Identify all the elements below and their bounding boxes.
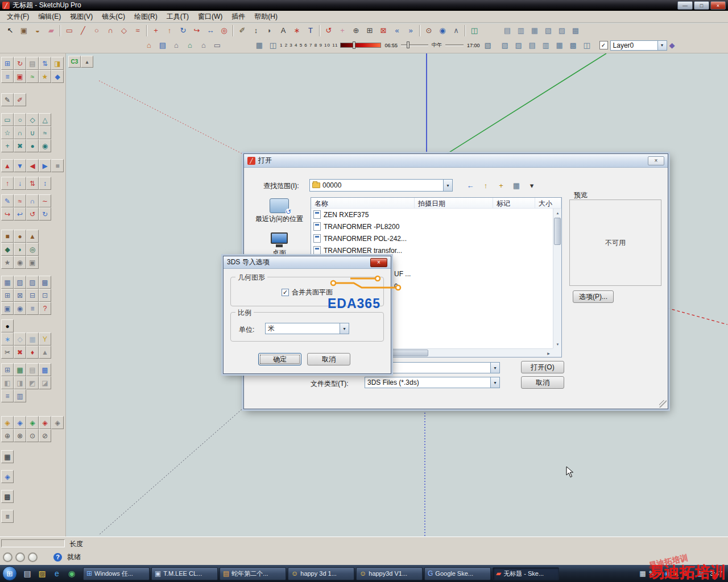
chevron-down-icon[interactable]: ▾ [490, 363, 499, 373]
section-fill-icon[interactable]: ▤ [526, 39, 539, 52]
tool-icon[interactable]: ◈ [39, 416, 51, 429]
tool-icon[interactable]: ▩ [1, 490, 14, 503]
restore-button[interactable]: □ [694, 1, 709, 10]
column-header-4[interactable]: 大小 [535, 198, 561, 208]
tool-icon[interactable]: ▤ [26, 57, 39, 70]
tool-icon[interactable]: ◀ [26, 159, 39, 172]
cancel-button[interactable]: 取消 [521, 376, 564, 389]
tool-icon[interactable]: ↺ [26, 207, 39, 221]
usb-icon[interactable]: ▨ [697, 569, 704, 577]
tool-icon[interactable]: ▶ [39, 159, 51, 172]
scroll-up-icon[interactable]: ▲ [553, 209, 562, 217]
menu-item-4[interactable]: 镜头(C) [97, 11, 130, 23]
look-around-tool-icon[interactable]: ◉ [436, 24, 449, 37]
help-icon[interactable]: ? [39, 302, 51, 315]
tool-icon[interactable]: ↪ [1, 207, 14, 221]
tool-icon[interactable]: ▨ [26, 276, 39, 289]
help-icon[interactable]: ? [53, 553, 62, 562]
next-view-icon[interactable]: » [404, 24, 417, 37]
shadow-time-slider[interactable] [401, 44, 428, 46]
tool-icon[interactable]: ▦ [1, 276, 14, 289]
scroll-down-icon[interactable]: ▼ [553, 340, 562, 348]
push-pull-tool-icon[interactable]: ↑ [163, 24, 176, 37]
scrollbar-thumb[interactable] [554, 218, 561, 245]
tool-icon[interactable]: ↻ [39, 207, 51, 221]
tool-icon[interactable]: ≡ [26, 302, 39, 315]
tool-icon[interactable]: ◉ [14, 302, 26, 315]
tool-icon[interactable]: ↩ [14, 207, 26, 221]
hide-similar-icon[interactable]: ▥ [514, 24, 528, 37]
minimize-button[interactable]: — [677, 1, 693, 10]
shadow-time-slider-2[interactable] [445, 44, 464, 46]
tool-icon[interactable]: ◈ [1, 470, 14, 483]
chevron-down-icon[interactable]: ▾ [443, 180, 452, 191]
make-component-icon[interactable]: ▣ [17, 24, 31, 37]
tool-icon[interactable]: ▦ [1, 450, 14, 463]
tool-icon[interactable]: Y [39, 332, 51, 346]
menu-item-5[interactable]: 绘图(R) [130, 11, 162, 23]
zoom-tool-icon[interactable]: ⊕ [349, 24, 363, 37]
file-row[interactable]: TRANFORMER transfor... [311, 244, 553, 256]
open-button[interactable]: 打开(O) [521, 361, 564, 373]
tool-icon[interactable]: ↓ [14, 177, 26, 190]
taskbar-task[interactable]: ☺happy 3d 1... [288, 567, 354, 580]
tool-icon[interactable]: ◧ [1, 376, 14, 389]
resize-grip[interactable] [659, 400, 667, 408]
tool-icon[interactable]: ◨ [51, 57, 64, 70]
taskbar-task[interactable]: ▤蛇年第二个... [220, 567, 286, 580]
claim-icon[interactable] [28, 552, 38, 562]
tool-icon[interactable]: ⊞ [1, 363, 14, 376]
c3-plugin-icon[interactable]: C3 [68, 56, 81, 68]
back-view-icon[interactable]: ⌂ [197, 39, 210, 52]
tool-icon[interactable]: ◈ [51, 416, 64, 429]
internet-icon[interactable]: e [51, 567, 63, 580]
tool-icon[interactable]: ↑ [1, 177, 14, 190]
ok-button[interactable]: 确定 [258, 353, 301, 365]
taskbar-task[interactable]: ⊞Windows 任... [83, 567, 150, 580]
tool-icon[interactable]: ↻ [14, 57, 26, 70]
tool-icon[interactable]: ⇅ [39, 57, 51, 70]
place-desktop[interactable]: 桌面 [252, 232, 307, 257]
tool-icon[interactable]: ⊠ [14, 289, 26, 302]
credit-icon[interactable] [15, 552, 25, 562]
tool-icon[interactable]: ⊘ [39, 429, 51, 442]
cancel-button[interactable]: 取消 [307, 353, 350, 365]
move-tool-icon[interactable]: + [149, 24, 163, 37]
tool-icon[interactable]: ≡ [1, 70, 14, 83]
menu-item-2[interactable]: 编辑(E) [34, 11, 65, 23]
column-header-1[interactable]: 名称 [311, 198, 415, 208]
shaded-mode-icon[interactable]: ▩ [566, 39, 580, 52]
tool-icon[interactable]: ○ [14, 113, 26, 126]
previous-view-icon[interactable]: « [390, 24, 404, 37]
polygon-tool-icon[interactable]: ◇ [117, 24, 131, 37]
menu-item-7[interactable]: 窗口(W) [193, 11, 227, 23]
freehand-tool-icon[interactable]: ≈ [131, 24, 144, 37]
file-row[interactable]: TRANFORMER -PL8200 [311, 221, 553, 232]
tool-icon[interactable]: ▲ [26, 230, 39, 243]
tool-icon[interactable]: ▩ [39, 363, 51, 376]
tool-icon[interactable]: ▦ [14, 363, 26, 376]
start-button[interactable]: ⊞ [2, 566, 17, 581]
tool-icon[interactable]: ♦ [26, 346, 39, 359]
tool-icon[interactable]: ↕ [39, 177, 51, 190]
tool-icon[interactable]: ◉ [14, 256, 26, 269]
tool-icon[interactable]: ▣ [26, 256, 39, 269]
file-row[interactable]: ZEN RXEF375 [311, 209, 553, 221]
right-view-icon[interactable]: ⌂ [183, 39, 197, 52]
close-icon[interactable]: × [648, 156, 664, 165]
scroll-right-icon[interactable]: ▶ [544, 349, 553, 357]
tool-icon[interactable]: ◈ [14, 416, 26, 429]
tool-icon[interactable]: ▩ [39, 276, 51, 289]
textured-mode-icon[interactable]: ◫ [580, 39, 594, 52]
offset-tool-icon[interactable]: ◎ [217, 24, 231, 37]
front-view-icon[interactable]: ⌂ [169, 39, 183, 52]
tool-icon[interactable]: ▧ [14, 276, 26, 289]
close-icon[interactable]: × [370, 258, 387, 267]
tool-icon[interactable]: ◗ [14, 243, 26, 256]
tool-icon[interactable]: ≡ [1, 389, 14, 402]
protractor-tool-icon[interactable]: ◗ [263, 24, 276, 37]
chevron-down-icon[interactable]: ▾ [490, 377, 499, 388]
tool-icon[interactable]: ∗ [1, 332, 14, 346]
up-folder-icon[interactable]: ↑ [480, 180, 491, 191]
view-menu-icon[interactable]: ▦ [511, 180, 522, 191]
